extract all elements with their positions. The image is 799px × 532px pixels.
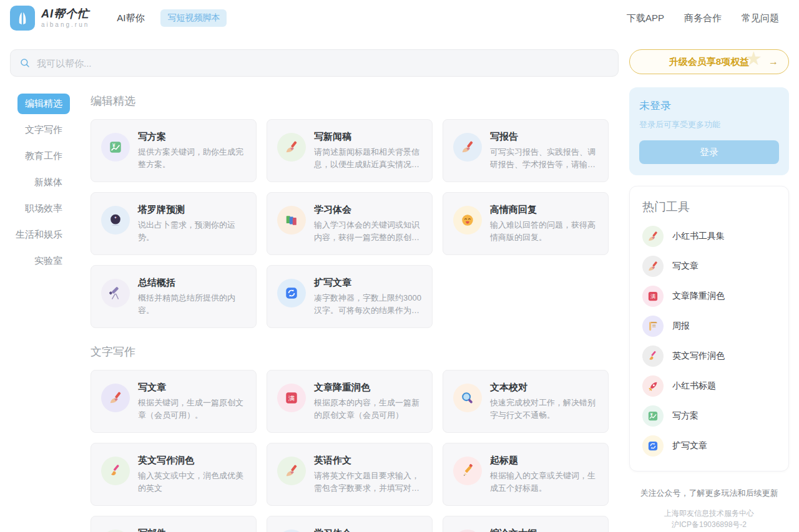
- hot-tools-card: 热门工具 小红书工具集 写文章 满 文章降重润色 周报 英文写作润色 小红书标题…: [629, 186, 789, 472]
- header-right-nav: 下载APP商务合作常见问题: [627, 12, 779, 24]
- tool-card[interactable]: 文本校对 快速完成校对工作，解决错别字与行文不通畅。: [443, 370, 609, 433]
- sidebar-item[interactable]: 文字写作: [17, 120, 70, 140]
- card-title: 英文写作润色: [138, 455, 246, 467]
- upgrade-label: 升级会员享8项权益: [669, 56, 749, 68]
- tool-card[interactable]: 英文写作润色 输入英文或中文，润色成优美的英文: [91, 443, 257, 506]
- card-title: 编论文大纲: [490, 528, 537, 532]
- tool-card[interactable]: 起标题 根据输入的文章或关键词，生成五个好标题。: [443, 443, 609, 506]
- svg-text:¥: ¥: [650, 412, 653, 417]
- card-title: 写报告: [490, 131, 598, 143]
- login-hint: 登录后可享受更多功能: [639, 119, 779, 130]
- smile-face-icon: [453, 206, 482, 235]
- tool-card[interactable]: 写新闻稿 请简述新闻标题和相关背景信息，以便生成贴近真实情况的...: [267, 119, 433, 182]
- tool-card[interactable]: 学习体会 输入学习体会的关键词或知识内容，获得一篇完整的原创学习...: [267, 192, 433, 255]
- hot-tool-item[interactable]: 小红书标题: [640, 371, 778, 401]
- writing-hand-icon: [642, 256, 664, 277]
- header-link[interactable]: 下载APP: [627, 12, 664, 24]
- follow-official-account-text: 关注公众号，了解更多玩法和后续更新: [629, 488, 789, 499]
- card-title: 扩写文章: [314, 277, 422, 289]
- hot-tools-title: 热门工具: [642, 199, 778, 215]
- writing-hand-icon: [277, 133, 306, 162]
- category-sidebar: 编辑精选文字写作教育工作新媒体职场效率生活和娱乐实验室: [10, 94, 70, 277]
- login-button[interactable]: 登录: [639, 140, 779, 164]
- sidebar-item[interactable]: 编辑精选: [17, 94, 70, 114]
- card-desc: 提供方案关键词，助你生成完整方案。: [138, 146, 246, 171]
- tool-card[interactable]: 高情商回复 输入难以回答的问题，获得高情商版的回复。: [443, 192, 609, 255]
- card-title: 写方案: [138, 131, 246, 143]
- card-title: 总结概括: [138, 277, 246, 289]
- tool-card[interactable]: 写邮件: [91, 516, 257, 532]
- hot-tool-item[interactable]: 英文写作润色: [640, 341, 778, 371]
- search-input[interactable]: [37, 58, 609, 69]
- search-bar[interactable]: [10, 49, 619, 77]
- hot-tool-label: 扩写文章: [672, 440, 707, 452]
- icp-footer: 上海即友信息技术服务中心 沪ICP备19036898号-2: [629, 508, 789, 530]
- writing-card-grid: 写文章 根据关键词，生成一篇原创文章（会员可用）。 满 文章降重润色 根据原本的…: [91, 370, 609, 532]
- tool-card[interactable]: 扩写文章 凑字数神器，字数上限约3000汉字。可将每次的结果作为输...: [267, 265, 433, 328]
- card-desc: 凑字数神器，字数上限约3000汉字。可将每次的结果作为输...: [314, 292, 422, 317]
- paintbrush-icon: [101, 457, 130, 485]
- tool-card[interactable]: 写文章 根据关键词，生成一篇原创文章（会员可用）。: [91, 370, 257, 433]
- card-desc: 根据关键词，生成一篇原创文章（会员可用）。: [138, 397, 246, 422]
- header: AI帮个忙 aibang.run AI帮你 写短视频脚本 下载APP商务合作常见…: [0, 0, 799, 36]
- writing-hand-icon: [277, 457, 306, 485]
- card-title: 英语作文: [314, 455, 422, 467]
- telescope-icon: [101, 279, 130, 307]
- company-name: 上海即友信息技术服务中心: [629, 508, 789, 519]
- hot-tool-item[interactable]: 小红书工具集: [640, 221, 778, 251]
- card-desc: 输入学习体会的关键词或知识内容，获得一篇完整的原创学习...: [314, 219, 422, 244]
- hot-tool-item[interactable]: 扩写文章: [640, 431, 778, 461]
- tool-card[interactable]: 满 文章降重润色 根据原本的内容，生成一篇新的原创文章（会员可用）: [267, 370, 433, 433]
- tool-card[interactable]: 编论文大纲: [443, 516, 609, 532]
- crystal-ball-icon: ✦: [101, 206, 130, 235]
- expand-refresh-icon: [277, 279, 306, 307]
- tool-card[interactable]: 写报告 可写实习报告、实践报告、调研报告、学术报告等，请输入报...: [443, 119, 609, 182]
- card-title: 高情商回复: [490, 204, 598, 216]
- sidebar-item[interactable]: 职场效率: [17, 198, 70, 219]
- hot-tool-label: 文章降重润色: [672, 291, 725, 302]
- card-title: 写新闻稿: [314, 131, 422, 143]
- header-link[interactable]: 商务合作: [684, 12, 722, 24]
- nav-ai-help[interactable]: AI帮你: [117, 12, 144, 24]
- icp-number[interactable]: 沪ICP备19036898号-2: [629, 519, 789, 530]
- nav-badge-short-video-script[interactable]: 写短视频脚本: [160, 9, 227, 27]
- hot-tool-item[interactable]: 满 文章降重润色: [640, 281, 778, 311]
- praying-hands-icon: [14, 10, 31, 26]
- rocket-icon: [642, 375, 664, 397]
- proofread-magnifier-icon: [453, 384, 482, 412]
- writing-hand-icon: [453, 133, 482, 162]
- sidebar-item[interactable]: 新媒体: [27, 172, 70, 193]
- plan-chart-icon: ¥: [101, 133, 130, 162]
- hot-tool-item[interactable]: 写文章: [640, 251, 778, 281]
- card-title: 写邮件: [138, 528, 166, 532]
- notebook-icon: [453, 530, 482, 532]
- tool-card[interactable]: ✦ 塔罗牌预测 说出占卜需求，预测你的运势。: [91, 192, 257, 255]
- rewrite-man-icon: 满: [277, 384, 306, 412]
- books-icon: [277, 206, 306, 235]
- header-link[interactable]: 常见问题: [742, 12, 779, 24]
- rewrite-man-icon: 满: [642, 286, 664, 307]
- card-title: 文本校对: [490, 382, 598, 394]
- app-logo[interactable]: [10, 6, 35, 31]
- books-icon: [277, 530, 306, 532]
- tool-card[interactable]: 英语作文 请将英文作文题目要求输入，需包含字数要求，并填写对应的...: [267, 443, 433, 506]
- card-title: 写文章: [138, 382, 246, 394]
- card-desc: 说出占卜需求，预测你的运势。: [138, 219, 246, 244]
- tool-card[interactable]: ¥ 写方案 提供方案关键词，助你生成完整方案。: [91, 119, 257, 182]
- tool-card[interactable]: 学习体会: [267, 516, 433, 532]
- logo-text: AI帮个忙 aibang.run: [41, 8, 89, 29]
- sidebar-item[interactable]: 生活和娱乐: [8, 225, 70, 245]
- sidebar-item[interactable]: 实验室: [27, 251, 70, 271]
- hot-tool-label: 周报: [672, 321, 690, 332]
- logo-title: AI帮个忙: [41, 8, 89, 21]
- svg-text:¥: ¥: [112, 143, 115, 148]
- upgrade-membership-button[interactable]: ★ 升级会员享8项权益 →: [629, 49, 789, 74]
- hot-tool-item[interactable]: 周报: [640, 311, 778, 341]
- sidebar-item[interactable]: 教育工作: [17, 146, 70, 167]
- pencil-icon: [453, 457, 482, 485]
- card-desc: 根据输入的文章或关键词，生成五个好标题。: [490, 470, 598, 495]
- hot-tool-item[interactable]: ¥ 写方案: [640, 401, 778, 431]
- hot-tool-label: 英文写作润色: [672, 351, 725, 362]
- card-desc: 可写实习报告、实践报告、调研报告、学术报告等，请输入报...: [490, 146, 598, 171]
- tool-card[interactable]: 总结概括 概括并精简总结所提供的内容。: [91, 265, 257, 328]
